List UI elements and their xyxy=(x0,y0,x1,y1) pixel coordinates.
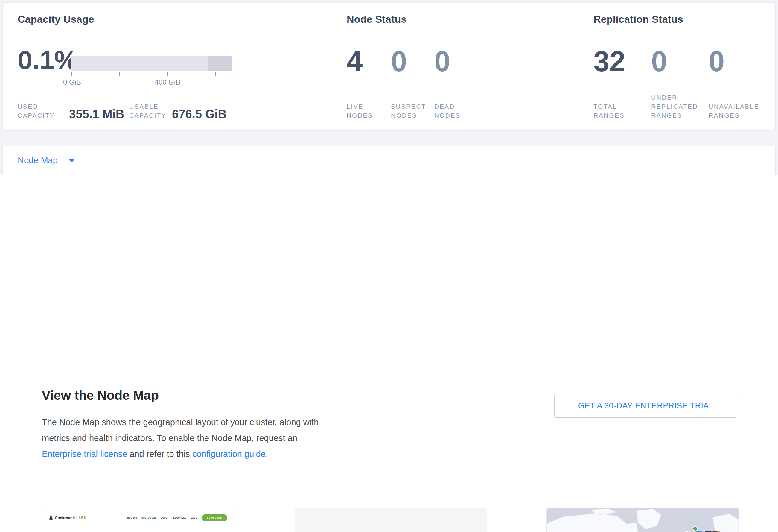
unavailable-label: UNAVAILABLE RANGES xyxy=(709,102,759,120)
node-status-title: Node Status xyxy=(347,13,407,25)
node-map-promo-section: View the Node Map The Node Map shows the… xyxy=(0,175,778,532)
cockroach-labs-logo: Cockroach LABS xyxy=(49,515,86,521)
cluster-summary-panel: Capacity Usage 0.1% 0 GiB 400 GiB USED C… xyxy=(2,2,776,131)
total-ranges-label: TOTAL RANGES xyxy=(594,102,625,120)
brand-name: Cockroach xyxy=(55,516,75,520)
nav-item: DOCS xyxy=(161,517,167,519)
mini-site-header: Cockroach LABS PRODUCT CUSTOMERS DOCS RE… xyxy=(49,513,227,522)
live-nodes-count: 4 xyxy=(347,47,363,76)
dead-nodes-count: 0 xyxy=(434,47,450,76)
axis-tick xyxy=(72,72,72,76)
axis-tick xyxy=(215,72,216,76)
intro-text: and refer to this xyxy=(127,449,192,459)
capacity-usage-title: Capacity Usage xyxy=(18,13,94,25)
brand-suffix: LABS xyxy=(76,516,86,519)
step1-card: Cockroach LABS PRODUCT CUSTOMERS DOCS RE… xyxy=(42,508,234,532)
node-map-thumbnail: 1 geo=sfo 2 Nodes 9% CAPACITY xyxy=(547,508,738,532)
intro-text: The Node Map shows the geographical layo… xyxy=(42,417,319,443)
mini-site-nav: PRODUCT CUSTOMERS DOCS RESOURCES BLOG DO… xyxy=(126,514,227,521)
promo-intro-text: The Node Map shows the geographical layo… xyxy=(42,414,326,462)
suspect-nodes-count: 0 xyxy=(391,47,407,76)
view-selector-label[interactable]: Node Map xyxy=(18,156,58,165)
capacity-axis: 0 GiB 400 GiB xyxy=(72,72,232,84)
sql-commands-panel: > SET CLUSTER SETTING CLUSTER.ORGANIZATI… xyxy=(295,508,487,532)
download-button-thumbnail: DOWNLOAD xyxy=(202,514,227,521)
nav-item: RESOURCES xyxy=(172,517,187,519)
world-map xyxy=(547,508,738,532)
capacity-bar-reserved-segment xyxy=(208,56,232,71)
axis-tick-label: 0 GiB xyxy=(63,78,81,86)
used-capacity-label: USED CAPACITY xyxy=(18,102,55,120)
live-nodes-label: LIVE NODES xyxy=(347,102,373,120)
dead-nodes-label: DEAD NODES xyxy=(434,102,461,120)
intro-text: . xyxy=(265,449,268,459)
axis-tick xyxy=(120,72,120,76)
nav-item: CUSTOMERS xyxy=(142,517,156,519)
chevron-down-icon xyxy=(69,159,75,162)
suspect-nodes-label: SUSPECT NODES xyxy=(391,102,426,120)
usable-capacity-value: 676.5 GiB xyxy=(172,107,226,121)
nav-item: BLOG xyxy=(190,517,198,519)
total-ranges-count: 32 xyxy=(594,47,625,76)
registration-site-thumbnail: Cockroach LABS PRODUCT CUSTOMERS DOCS RE… xyxy=(42,508,234,532)
enterprise-trial-button[interactable]: GET A 30-DAY ENTERPRISE TRIAL xyxy=(554,394,737,418)
replication-status-title: Replication Status xyxy=(594,13,683,25)
capacity-percent: 0.1% xyxy=(18,47,78,73)
locality-name: geo=ams xyxy=(705,530,720,532)
usable-capacity-label: USABLE CAPACITY xyxy=(129,102,166,120)
enterprise-trial-license-link[interactable]: Enterprise trial license xyxy=(42,449,127,459)
capacity-bar xyxy=(72,56,232,71)
axis-tick xyxy=(167,72,168,76)
used-capacity-value: 355.1 MiB xyxy=(69,107,125,121)
unavailable-count: 0 xyxy=(709,47,724,76)
configuration-guide-link[interactable]: configuration guide xyxy=(192,449,265,459)
step3-card: 1 geo=sfo 2 Nodes 9% CAPACITY xyxy=(546,508,739,532)
axis-tick-label: 400 GiB xyxy=(155,78,181,86)
under-replicated-count: 0 xyxy=(651,47,667,76)
cockroach-bug-icon xyxy=(49,515,53,521)
locality-widget-ams: geo=ams 1 Node 10% CAPACITY 3.6 GiB 34.4… xyxy=(696,530,739,532)
step2-card: > SET CLUSTER SETTING CLUSTER.ORGANIZATI… xyxy=(295,508,487,532)
nav-item: PRODUCT xyxy=(126,517,137,519)
under-replicated-label: UNDER- REPLICATED RANGES xyxy=(651,93,698,120)
status-ok-icon xyxy=(693,526,698,531)
section-divider xyxy=(42,488,739,489)
promo-heading: View the Node Map xyxy=(42,388,159,403)
view-selector-dropdown[interactable]: Node Map xyxy=(2,146,776,175)
